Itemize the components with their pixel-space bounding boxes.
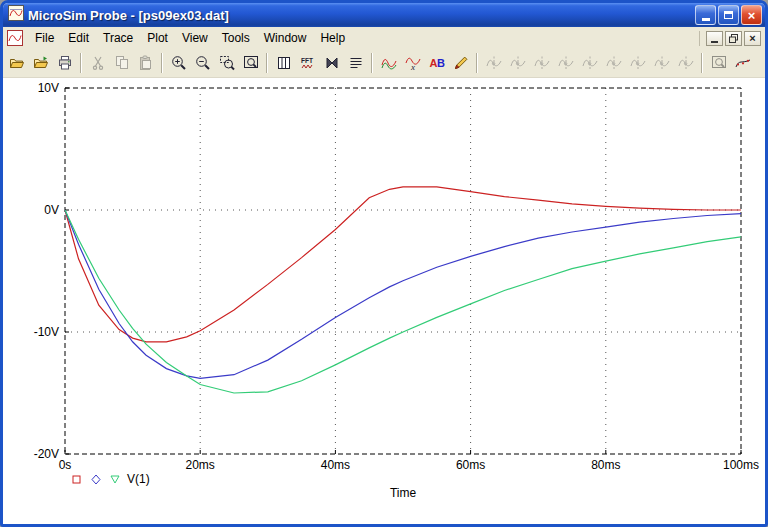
trace-3 [65, 210, 741, 393]
zoom-cursor-icon [711, 55, 727, 71]
window-controls: × [695, 5, 762, 25]
menu-file[interactable]: File [28, 29, 61, 48]
fourier-fft-icon: FFT [300, 55, 316, 71]
zoom-in-button[interactable] [167, 52, 190, 74]
toolbar: FFTxAB [3, 49, 765, 78]
toolbar-separator [161, 53, 163, 73]
y-tick-label: -20V [34, 447, 59, 461]
fourier-fft-button[interactable]: FFT [296, 52, 319, 74]
zoom-cursor-button [707, 52, 730, 74]
menu-help[interactable]: Help [313, 29, 352, 48]
app-icon [8, 5, 24, 25]
eval-goal-function-button[interactable]: x [401, 52, 424, 74]
goal-functions-button[interactable] [344, 52, 367, 74]
plot-axes-button[interactable] [272, 52, 295, 74]
print-icon [57, 55, 73, 71]
zoom-fit-button[interactable] [239, 52, 262, 74]
print-button[interactable] [53, 52, 76, 74]
cursor-slope-button [554, 52, 577, 74]
cut-button [86, 52, 109, 74]
mdi-restore-button[interactable] [725, 31, 742, 46]
mdi-restore-icon [729, 34, 738, 43]
y-tick-label: 0V [44, 203, 59, 217]
cursor-search-icon [654, 55, 670, 71]
text-label-icon: AB [429, 55, 445, 71]
cut-icon [90, 55, 106, 71]
plot-axes-icon [276, 55, 292, 71]
menu-plot[interactable]: Plot [140, 29, 175, 48]
cursor-max-button [602, 52, 625, 74]
zoom-area-icon [219, 55, 235, 71]
performance-analysis-button[interactable] [320, 52, 343, 74]
zoom-area-button[interactable] [215, 52, 238, 74]
mark-data-points-button[interactable] [731, 52, 754, 74]
goal-functions-icon [348, 55, 364, 71]
menu-edit[interactable]: Edit [61, 29, 96, 48]
eval-goal-function-icon: x [405, 55, 421, 71]
cursor-peak-button [506, 52, 529, 74]
open-file-icon [9, 55, 25, 71]
legend-marker-diamond [92, 475, 100, 484]
cursor-label-icon [678, 55, 694, 71]
toolbar-separator [701, 53, 703, 73]
add-trace-icon [381, 55, 397, 71]
minimize-icon [702, 18, 710, 21]
x-axis-title: Time [390, 486, 417, 500]
menu-tools[interactable]: Tools [215, 29, 257, 48]
menu-bar: File Edit Trace Plot View Tools Window H… [3, 27, 765, 49]
append-file-button[interactable] [29, 52, 52, 74]
cursor-peak-icon [510, 55, 526, 71]
cursor-trough-button [530, 52, 553, 74]
trace-2 [65, 210, 741, 378]
menu-trace[interactable]: Trace [96, 29, 140, 48]
minimize-button[interactable] [695, 5, 716, 25]
svg-text:B: B [437, 57, 445, 69]
add-trace-button[interactable] [377, 52, 400, 74]
cursor-toggle-button [482, 52, 505, 74]
cursor-min-button [578, 52, 601, 74]
mdi-close-button[interactable]: × [744, 31, 761, 46]
titlebar[interactable]: MicroSim Probe - [ps09ex03.dat] × [3, 3, 765, 27]
toolbar-separator [266, 53, 268, 73]
mdi-minimize-button[interactable] [706, 31, 723, 46]
mark-segments-icon [453, 55, 469, 71]
svg-text:x: x [410, 62, 415, 72]
plot-svg[interactable]: 10V0V-10V-20V0s20ms40ms60ms80ms100msV(1)… [3, 78, 765, 524]
plot-area[interactable]: 10V0V-10V-20V0s20ms40ms60ms80ms100msV(1)… [3, 78, 765, 524]
append-file-icon [33, 55, 49, 71]
mark-data-points-icon [735, 55, 751, 71]
probe-window: MicroSim Probe - [ps09ex03.dat] × File E… [0, 0, 768, 527]
zoom-out-icon [195, 55, 211, 71]
menu-view[interactable]: View [175, 29, 215, 48]
y-tick-label: 10V [38, 81, 59, 95]
svg-text:FFT: FFT [301, 57, 313, 64]
zoom-out-button[interactable] [191, 52, 214, 74]
x-tick-label: 40ms [321, 458, 350, 472]
cursor-min-icon [582, 55, 598, 71]
menu-window[interactable]: Window [257, 29, 314, 48]
x-tick-label: 80ms [591, 458, 620, 472]
maximize-icon [724, 11, 733, 19]
legend-marker-triangle-down [111, 476, 119, 483]
x-tick-label: 60ms [456, 458, 485, 472]
legend-marker-square [73, 476, 80, 483]
cursor-point-icon [630, 55, 646, 71]
close-button[interactable]: × [741, 5, 762, 25]
toolbar-separator [80, 53, 82, 73]
document-icon [7, 30, 23, 46]
open-file-button[interactable] [5, 52, 28, 74]
mark-segments-button[interactable] [449, 52, 472, 74]
cursor-search-button [650, 52, 673, 74]
zoom-in-icon [171, 55, 187, 71]
text-label-button[interactable]: AB [425, 52, 448, 74]
x-tick-label: 0s [59, 458, 72, 472]
cursor-max-icon [606, 55, 622, 71]
maximize-button[interactable] [718, 5, 739, 25]
legend-label: V(1) [127, 472, 150, 486]
cursor-label-button [674, 52, 697, 74]
y-tick-label: -10V [34, 325, 59, 339]
cursor-trough-icon [534, 55, 550, 71]
toolbar-separator [371, 53, 373, 73]
cursor-toggle-icon [486, 55, 502, 71]
x-tick-label: 100ms [723, 458, 759, 472]
